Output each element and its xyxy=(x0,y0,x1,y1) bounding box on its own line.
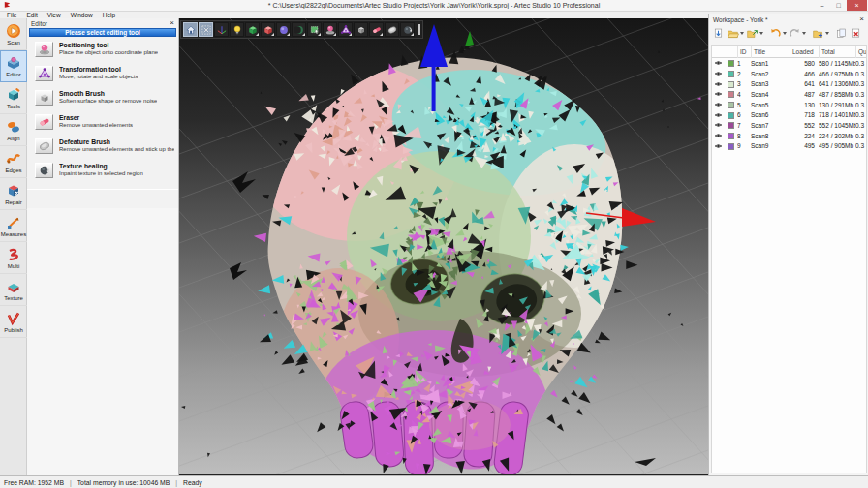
tool-eraser[interactable]: EraserRemove unwanted elements xyxy=(27,112,178,137)
vp-button-smooth-brush-icon[interactable] xyxy=(354,22,368,37)
visibility-eye-icon[interactable] xyxy=(712,143,724,149)
ws-button-redo-icon[interactable] xyxy=(789,27,806,40)
color-swatch[interactable] xyxy=(728,102,734,108)
visibility-eye-icon[interactable] xyxy=(712,60,724,66)
ws-button-undo-icon[interactable] xyxy=(769,27,787,40)
scan-title: Scan9 xyxy=(751,142,790,149)
visibility-eye-icon[interactable] xyxy=(712,133,724,138)
scan-icon xyxy=(6,23,21,39)
sidebar-item-scan[interactable]: Scan xyxy=(0,18,27,50)
scan-row[interactable]: 4 Scan4 487 487 / 858Mb 0.3 xyxy=(712,89,866,100)
scan-row[interactable]: 5 Scan5 130 130 / 291Mb 0.3 xyxy=(712,100,866,110)
vp-button-xray-render-icon[interactable] xyxy=(261,22,275,37)
scan-total: 552 / 1045Mb xyxy=(819,122,855,129)
visibility-eye-icon[interactable] xyxy=(712,112,724,118)
scan-quality: 0.3 xyxy=(855,122,866,129)
vp-button-transformation-icon[interactable] xyxy=(338,22,353,37)
tool-smooth-brush[interactable]: Smooth BrushSoften surface shape or remo… xyxy=(27,88,178,112)
viewport-3d[interactable]: x xyxy=(179,18,708,475)
scan-row[interactable]: 2 Scan2 466 466 / 975Mb 0.3 xyxy=(712,69,866,79)
tool-transformation-tool[interactable]: Transformation toolMove, rotate and scal… xyxy=(27,64,178,88)
color-swatch[interactable] xyxy=(728,91,734,98)
vp-button-axes-icon[interactable] xyxy=(214,22,229,37)
ws-button-duplicate-icon[interactable] xyxy=(835,27,848,40)
ws-button-export-icon[interactable] xyxy=(746,27,763,40)
vp-button-defeature-brush-icon[interactable] xyxy=(385,22,399,37)
color-swatch[interactable] xyxy=(728,71,734,77)
scan-row[interactable]: 3 Scan3 641 641 / 1306Mb 0.3 xyxy=(712,78,866,89)
sidebar-item-repair[interactable]: Repair xyxy=(0,178,27,210)
sidebar-item-multi[interactable]: Multi xyxy=(0,242,27,274)
color-swatch[interactable] xyxy=(728,81,734,88)
tool-texture-healing[interactable]: Texture healingInpaint texture in select… xyxy=(27,161,178,185)
sidebar-item-edges[interactable]: Edges xyxy=(0,146,27,178)
scan-total: 466 / 975Mb xyxy=(819,71,855,77)
column-header-loaded[interactable]: Loaded xyxy=(790,46,819,58)
scan-row[interactable]: 9 Scan9 495 495 / 905Mb 0.3 xyxy=(712,141,866,152)
ws-button-open-project-icon[interactable] xyxy=(727,27,744,40)
vp-button-smooth-render-icon[interactable] xyxy=(276,22,291,37)
vp-button-fit-view-icon[interactable] xyxy=(199,22,213,37)
vp-button-eraser-icon[interactable] xyxy=(369,22,384,37)
visibility-eye-icon[interactable] xyxy=(712,122,724,128)
export-icon xyxy=(746,27,759,40)
dropdown-corner-icon xyxy=(271,33,274,36)
visibility-eye-icon[interactable] xyxy=(712,81,724,87)
ws-button-delete-icon[interactable] xyxy=(850,27,862,40)
scan-id: 4 xyxy=(737,91,751,98)
vp-button-selection-icon[interactable] xyxy=(307,22,322,37)
close-button[interactable]: × xyxy=(847,0,867,11)
vp-button-texture-healing-icon[interactable] xyxy=(400,22,415,37)
scan-loaded: 552 xyxy=(790,122,819,129)
scan-total: 487 / 858Mb xyxy=(819,91,855,98)
scan-loaded: 495 xyxy=(790,142,819,149)
scan-row[interactable]: 7 Scan7 552 552 / 1045Mb 0.3 xyxy=(712,120,866,131)
menu-view[interactable]: View xyxy=(43,12,66,18)
sidebar-item-publish[interactable]: Publish xyxy=(0,306,27,338)
vp-button-positioning-icon[interactable] xyxy=(323,22,337,37)
color-swatch[interactable] xyxy=(728,60,734,67)
sidebar-item-measures[interactable]: Measures xyxy=(0,210,27,242)
visibility-eye-icon[interactable] xyxy=(712,91,724,97)
menu-window[interactable]: Window xyxy=(66,12,98,18)
visibility-eye-icon[interactable] xyxy=(712,102,724,107)
dropdown-arrow-icon xyxy=(825,32,829,35)
sidebar-item-texture[interactable]: Texture xyxy=(0,274,27,306)
vp-button-home-icon[interactable] xyxy=(183,22,198,37)
color-swatch[interactable] xyxy=(728,143,734,150)
vp-button-solid-render-icon[interactable] xyxy=(245,22,260,37)
scan-total: 224 / 302Mb xyxy=(819,133,855,139)
color-swatch[interactable] xyxy=(728,122,734,129)
sidebar-item-align[interactable]: Align xyxy=(0,114,27,146)
visibility-eye-icon[interactable] xyxy=(712,71,724,76)
menu-help[interactable]: Help xyxy=(98,12,120,18)
svg-text:x: x xyxy=(614,201,618,208)
scan-row[interactable]: 6 Scan6 718 718 / 1401Mb 0.3 xyxy=(712,109,866,120)
tool-defeature-brush[interactable]: Defeature BrushRemove unwanted elements … xyxy=(27,137,178,161)
dropdown-corner-icon xyxy=(287,33,290,36)
column-header-title[interactable]: Title xyxy=(751,46,790,58)
scan-row[interactable]: 1 Scan1 580 580 / 1145Mb 0.3 xyxy=(712,58,866,69)
column-header-id[interactable]: ID xyxy=(737,46,751,58)
vp-button-shadow-icon[interactable] xyxy=(292,22,306,37)
titlebar: * C:\Users\qi2822gl\Documents\Artec Stud… xyxy=(0,0,868,12)
scan-row[interactable]: 8 Scan8 224 224 / 302Mb 0.3 xyxy=(712,131,866,141)
minimize-button[interactable]: – xyxy=(814,0,830,11)
workspace-close-icon[interactable]: × xyxy=(859,15,864,23)
column-header-quality[interactable]: Quality xyxy=(855,46,867,58)
vp-button-lighting-icon[interactable] xyxy=(230,22,244,37)
toolbar-grip[interactable] xyxy=(418,24,420,35)
menu-edit[interactable]: Edit xyxy=(21,12,42,18)
maximize-button[interactable]: □ xyxy=(830,0,847,11)
tool-description: Place the object onto coordinate plane xyxy=(59,49,158,56)
menu-file[interactable]: File xyxy=(2,12,21,18)
sidebar-item-tools[interactable]: Tools xyxy=(0,82,27,114)
column-header-total[interactable]: Total xyxy=(819,46,855,58)
color-swatch[interactable] xyxy=(728,133,734,139)
sidebar-item-editor[interactable]: Editor xyxy=(0,50,27,82)
tool-positioning-tool[interactable]: Positioning toolPlace the object onto co… xyxy=(27,40,178,64)
editor-panel-close-icon[interactable]: × xyxy=(170,19,174,27)
color-swatch[interactable] xyxy=(728,112,734,119)
ws-button-import-scan-icon[interactable] xyxy=(712,27,725,40)
ws-button-new-group-icon[interactable] xyxy=(812,27,829,40)
